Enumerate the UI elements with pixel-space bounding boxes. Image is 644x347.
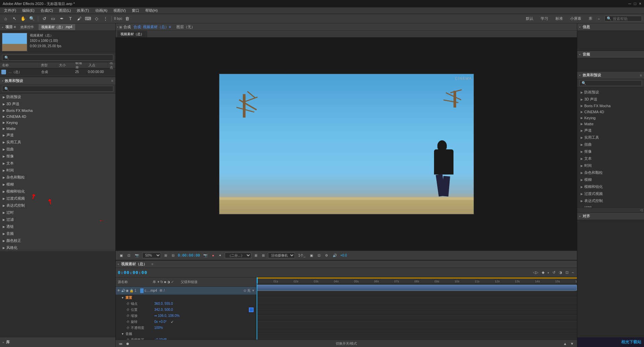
viewer-resolution-select[interactable]: （二分...） 完整 二分之一	[225, 253, 251, 258]
effects-right-search-input[interactable]	[579, 80, 642, 86]
right-effect-time[interactable]: ▶时间	[577, 162, 644, 169]
menu-view[interactable]: 视图(V)	[111, 7, 128, 14]
text-tool[interactable]: T	[67, 15, 74, 22]
timeline-menu-icon[interactable]: ≡	[152, 262, 154, 266]
hand-tool[interactable]: ✋	[19, 15, 27, 22]
viewer-audio-btn[interactable]: 🔊	[331, 253, 338, 258]
effect-cat-keying[interactable]: ▶Keying	[0, 120, 115, 126]
track-clip-video[interactable]	[257, 285, 577, 291]
effect-cat-blur-sharp[interactable]: ▶模糊和锐化	[0, 188, 115, 195]
right-effect-presets[interactable]: ▶防画预设	[577, 89, 644, 96]
switch-mode-label[interactable]: 切换开关/模式	[336, 341, 357, 346]
workspace-standard[interactable]: 标准	[552, 15, 566, 22]
effect-cat-distort[interactable]: ▶扭曲	[0, 146, 115, 153]
layer-parent-dropdown-1[interactable]: ▼	[252, 289, 255, 292]
right-effect-expr[interactable]: ▶表达式控制	[577, 197, 644, 204]
anchor-stopwatch[interactable]: ⏱	[126, 302, 129, 305]
effect-cat-blur[interactable]: ▶模糊	[0, 181, 115, 188]
viewer-area[interactable]: CINEMA	[116, 38, 577, 251]
transform-reset-label[interactable]: 重置	[125, 295, 132, 300]
viewer-safe-btn[interactable]: ⊟	[170, 253, 176, 258]
help-search-input[interactable]	[613, 17, 640, 21]
tl-btn-graph[interactable]: ~	[571, 270, 575, 275]
layer-solo-icon[interactable]: ◉	[126, 289, 129, 292]
prop-opacity-value[interactable]: 100%	[154, 326, 163, 330]
workspace-library[interactable]: 库	[585, 15, 596, 22]
viewer-align-btn[interactable]: ⊡	[316, 253, 322, 258]
effect-cat-color-correct[interactable]: ▶颜色校正	[0, 237, 115, 244]
effect-cat-utility[interactable]: ▶实用工具	[0, 139, 115, 146]
tl-bottom-btn1[interactable]: ⏮	[118, 341, 123, 346]
viewer-fit-btn[interactable]: ⊞	[163, 253, 168, 258]
project-search-input[interactable]	[2, 55, 113, 61]
workspace-learn[interactable]: 学习	[537, 15, 551, 22]
tl-bottom-btn3[interactable]: ▲	[562, 341, 568, 346]
trash-btn[interactable]: 🗑	[123, 15, 131, 22]
maximize-btn[interactable]: □	[634, 1, 636, 6]
effect-cat-matte[interactable]: ▶Matte	[0, 126, 115, 132]
menu-file[interactable]: 文件(F)	[1, 7, 19, 14]
opacity-stopwatch[interactable]: ⏱	[126, 326, 129, 330]
tl-btn-loop[interactable]: ↺	[551, 270, 556, 275]
effect-cat-time[interactable]: ▶时间	[0, 167, 115, 174]
effect-cat-expr-ctrl[interactable]: ▶表达式控制	[0, 202, 115, 209]
puppet-tool[interactable]: ⋮	[102, 15, 109, 22]
layer-eye-icon[interactable]: 👁	[117, 289, 120, 292]
tl-btn-solo[interactable]: ▪	[547, 270, 550, 275]
viewer-camera-select[interactable]: 活动摄像机	[268, 253, 295, 258]
right-effect-util[interactable]: ▶实用工具	[577, 134, 644, 141]
effect-cat-transition[interactable]: ▶过渡式视频	[0, 195, 115, 202]
viewer-grid-btn[interactable]: ⊞	[261, 253, 266, 258]
effect-cat-3d[interactable]: ▶3D 声送	[0, 100, 115, 108]
eraser-tool[interactable]: ◇	[93, 15, 100, 22]
comp-viewer-tab[interactable]: 视频素材（总）	[117, 31, 147, 37]
panel-tab-video-source[interactable]: 视频素材（总）.mp4	[39, 24, 75, 30]
effect-cat-keyer[interactable]: ▶抠像	[0, 153, 115, 160]
viewer-views-btn[interactable]: 1个_	[297, 253, 307, 259]
home-tool[interactable]: ⌂	[2, 15, 9, 22]
viewer-color-btn[interactable]: ●	[211, 253, 215, 258]
effect-cat-stylize[interactable]: ▶风格化	[0, 244, 115, 251]
right-effect-cinema[interactable]: ▶CINEMA 4D	[577, 109, 644, 115]
comp-name-tab[interactable]: 合成: 视频素材（总）≡	[133, 24, 171, 29]
transform-group-header[interactable]: ▼ 重置	[116, 295, 256, 301]
viewer-frame-btn[interactable]: ⊡	[126, 253, 131, 258]
right-effect-noise[interactable]: ▶杂色和颗粒	[577, 169, 644, 176]
viewer-region-btn[interactable]: ⊠	[253, 253, 259, 258]
effect-cat-channels[interactable]: ▶透链	[0, 223, 115, 230]
position-stopwatch[interactable]: ⏱	[126, 308, 129, 311]
effect-cat-presets[interactable]: ▶防画预设	[0, 93, 115, 100]
effects-search-input[interactable]	[2, 86, 113, 92]
prop-position-value[interactable]: 342.0, 500.0	[154, 308, 173, 311]
rotate-tool[interactable]: ↺	[41, 15, 48, 22]
effect-cat-filter[interactable]: ▶过滤	[0, 216, 115, 223]
position-indicator[interactable]	[249, 307, 254, 312]
expand-right-icon[interactable]: ◁	[640, 208, 643, 212]
effect-cat-cinema[interactable]: ▶CINEMA 4D	[0, 114, 115, 120]
right-effect-keyer[interactable]: ▶抠像	[577, 148, 644, 155]
viewer-zoom-select[interactable]: 50% 100% 25%	[142, 253, 161, 258]
menu-compose[interactable]: 合成(C)	[38, 7, 56, 14]
minimize-btn[interactable]: ─	[628, 1, 631, 6]
right-effect-keying[interactable]: ▶Keying	[577, 115, 644, 121]
menu-animate[interactable]: 动画(A)	[93, 7, 110, 14]
scale-stopwatch[interactable]: ⏱	[126, 314, 129, 318]
prop-anchor-value[interactable]: 360.0, 555.0	[154, 302, 173, 305]
bpc-display[interactable]: 8 bpc	[114, 17, 122, 20]
workspace-default[interactable]: 默认	[523, 15, 537, 22]
tl-btn-collapse[interactable]: ◁▷	[532, 270, 539, 275]
viewer-settings-btn[interactable]: ⚙	[324, 253, 329, 258]
select-tool[interactable]: ↖	[11, 15, 18, 22]
tl-btn-adjustment[interactable]: ⊡	[565, 270, 570, 275]
right-effect-3d[interactable]: ▶3D 声送	[577, 96, 644, 103]
panel-tab-effects-controls[interactable]: 效果控件	[18, 24, 37, 30]
right-effect-blur-sharp[interactable]: ▶模糊和锐化	[577, 183, 644, 190]
right-effect-boris[interactable]: ▶Boris FX Mocha	[577, 103, 644, 109]
project-item-comp[interactable]: …（总） 合成 25 0:00:00:00	[0, 68, 115, 76]
tl-bottom-btn4[interactable]: ▼	[569, 341, 575, 346]
stamp-tool[interactable]: ⌨	[84, 15, 92, 22]
prop-scale-value[interactable]: ⇔ 106.0, 106.0%	[154, 314, 179, 318]
menu-window[interactable]: 窗口	[129, 7, 142, 14]
tl-btn-motion-blur[interactable]: ◑	[558, 270, 563, 275]
tl-bottom-btn2[interactable]: ⏺	[125, 341, 130, 346]
